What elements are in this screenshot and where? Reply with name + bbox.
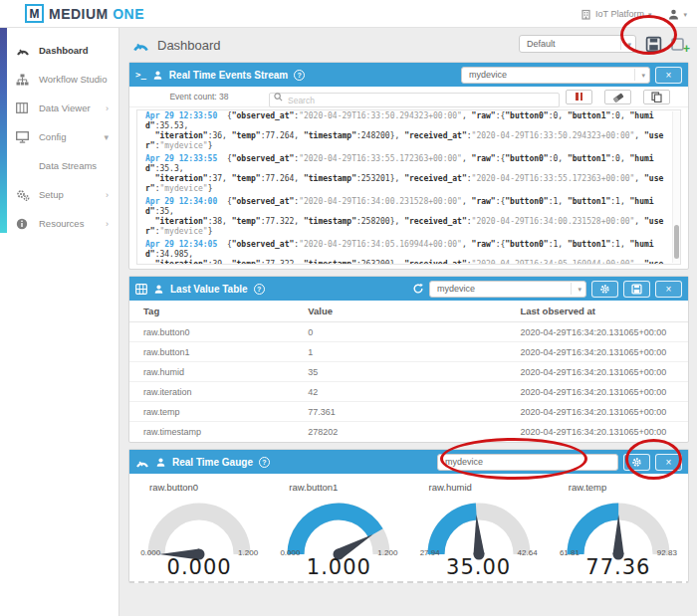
page-header: Dashboard Default ▾ +: [120, 28, 697, 62]
close-table-panel-button[interactable]: ×: [655, 281, 682, 298]
sidebar-item-workflow-studio[interactable]: Workflow Studio: [0, 65, 118, 94]
table-body: raw.button002020-04-29T16:34:20.131065+0…: [129, 322, 688, 442]
gauge-min-label: 0.000: [280, 548, 300, 557]
user-menu[interactable]: ▾: [667, 8, 687, 21]
cell-last-observed: 2020-04-29T16:34:20.131065+00:00: [520, 407, 674, 417]
dashboard-select[interactable]: Default ▾: [519, 35, 636, 53]
last-value-table-panel: Last Value Table ? mydevice ▾ × Tag Valu…: [128, 276, 689, 443]
gauge-device-input[interactable]: [437, 454, 618, 471]
chevron-down-icon: ▾: [634, 69, 645, 81]
table-settings-button[interactable]: [591, 281, 618, 298]
sidebar-item-label: Config: [39, 131, 66, 142]
column-header-tag: Tag: [143, 306, 308, 316]
panel-title: Real Time Gauge: [172, 457, 253, 468]
cell-last-observed: 2020-04-29T16:34:20.131065+00:00: [520, 387, 674, 397]
help-icon[interactable]: ?: [259, 457, 270, 468]
add-widget-button[interactable]: +: [671, 36, 687, 52]
gear-icon: [631, 457, 642, 468]
close-gauge-panel-button[interactable]: ×: [655, 454, 682, 471]
table-device-select[interactable]: mydevice ▾: [429, 281, 586, 298]
speedometer-icon: [16, 45, 30, 57]
table-row: raw.temp77.3612020-04-29T16:34:20.131065…: [129, 402, 688, 422]
event-count: Event count: 38: [129, 92, 269, 102]
table-column-headers: Tag Value Last observed at: [129, 301, 688, 322]
copy-icon: [651, 92, 662, 103]
refresh-button[interactable]: [412, 283, 424, 295]
cell-last-observed: 2020-04-29T16:34:20.131065+00:00: [520, 347, 674, 357]
sidebar-item-label: Data Viewer: [39, 103, 91, 113]
building-icon: [581, 9, 591, 20]
cell-tag: raw.button0: [143, 327, 308, 337]
search-input[interactable]: [269, 93, 560, 107]
pause-stream-button[interactable]: [566, 90, 592, 104]
brand-wordmark: MEDIUM ONE: [49, 6, 144, 22]
gauge-title: raw.button1: [289, 482, 338, 493]
cell-value: 0: [308, 327, 520, 337]
sidebar-item-dashboard[interactable]: Dashboard: [0, 36, 118, 65]
events-toolbar: Event count: 38: [129, 87, 688, 107]
gauge-raw.temp: raw.temp61.8192.8377.36: [549, 480, 688, 579]
gauge-max-label: 42.64: [518, 548, 538, 557]
gauges-row: raw.button00.0001.2000.000raw.button10.0…: [129, 474, 688, 581]
floppy-save-icon: [631, 284, 642, 295]
pause-icon: [576, 93, 579, 101]
user-icon: [152, 70, 163, 81]
medium-one-dashboard-page: M MEDIUM ONE IoT Platform ▾ ▾ Dashboard: [0, 0, 697, 616]
events-stream-panel: >_ Real Time Events Stream ? mydevice ▾ …: [128, 62, 689, 270]
help-icon[interactable]: ?: [254, 284, 265, 295]
medium-one-logo[interactable]: M MEDIUM ONE: [25, 4, 144, 23]
gauge-min-label: 27.94: [420, 548, 440, 557]
events-device-select[interactable]: mydevice ▾: [461, 67, 650, 84]
gear-icon: [599, 284, 610, 295]
table-icon: [16, 103, 30, 114]
gauge-max-label: 1.200: [238, 548, 258, 557]
help-icon[interactable]: ?: [294, 70, 305, 81]
sidebar-item-label: Workflow Studio: [39, 74, 107, 85]
sidebar-item-resources[interactable]: Resources ›: [0, 209, 118, 238]
sitemap-icon: [16, 74, 30, 86]
plus-icon: +: [683, 43, 690, 55]
gauge-title: raw.button0: [149, 482, 198, 493]
clear-stream-button[interactable]: [604, 90, 631, 104]
scrollbar-thumb[interactable]: [674, 225, 679, 259]
gears-icon: [16, 189, 30, 201]
gauge-min-label: 0.000: [140, 548, 160, 557]
logo-m-icon: M: [25, 4, 44, 23]
event-entry: Apr 29 12:33:55 {"observed_at":"2020-04-…: [145, 154, 666, 194]
cell-tag: raw.iteration: [143, 387, 308, 397]
column-header-last-observed: Last observed at: [520, 306, 674, 316]
info-icon: [16, 218, 30, 230]
cell-tag: raw.timestamp: [143, 427, 308, 437]
save-dashboard-button[interactable]: [645, 36, 662, 53]
close-events-panel-button[interactable]: ×: [655, 67, 682, 84]
gauge-value: 77.36: [585, 555, 650, 579]
gauge-raw.button0: raw.button00.0001.2000.000: [129, 480, 269, 579]
sidebar-item-data-streams[interactable]: Data Streams: [0, 151, 118, 180]
table-row: raw.timestamp2782022020-04-29T16:34:20.1…: [129, 422, 688, 442]
user-icon: [153, 284, 164, 295]
events-stream-log[interactable]: Apr 29 12:33:50 {"observed_at":"2020-04-…: [136, 109, 681, 265]
page-title: Dashboard: [157, 38, 221, 53]
sidebar: Dashboard Workflow Studio Data Viewer › …: [0, 28, 119, 616]
gauge-settings-button[interactable]: [623, 454, 650, 471]
sidebar-item-config[interactable]: Config ▾: [0, 122, 118, 151]
event-entry: Apr 29 12:34:05 {"observed_at":"2020-04-…: [145, 240, 666, 265]
platform-label: IoT Platform: [595, 9, 644, 19]
sidebar-item-setup[interactable]: Setup ›: [0, 180, 118, 209]
gauge-value: 0.000: [167, 555, 232, 579]
monitor-icon: [16, 131, 30, 143]
gauge-max-label: 92.83: [657, 548, 677, 557]
chevron-down-icon: ▾: [571, 283, 581, 295]
gauge-value: 35.00: [446, 555, 511, 579]
column-header-value: Value: [308, 306, 520, 316]
table-save-button[interactable]: [623, 281, 650, 298]
sidebar-item-label: Setup: [39, 189, 64, 200]
floppy-save-icon: [645, 36, 662, 53]
sidebar-item-data-viewer[interactable]: Data Viewer ›: [0, 94, 118, 122]
platform-menu[interactable]: IoT Platform ▾: [581, 9, 651, 20]
close-icon: ×: [666, 457, 672, 468]
table-row: raw.button002020-04-29T16:34:20.131065+0…: [129, 322, 688, 342]
main-content: Dashboard Default ▾ + >_: [120, 28, 697, 616]
copy-stream-button[interactable]: [643, 90, 670, 104]
cell-last-observed: 2020-04-29T16:34:20.131065+00:00: [520, 367, 674, 377]
